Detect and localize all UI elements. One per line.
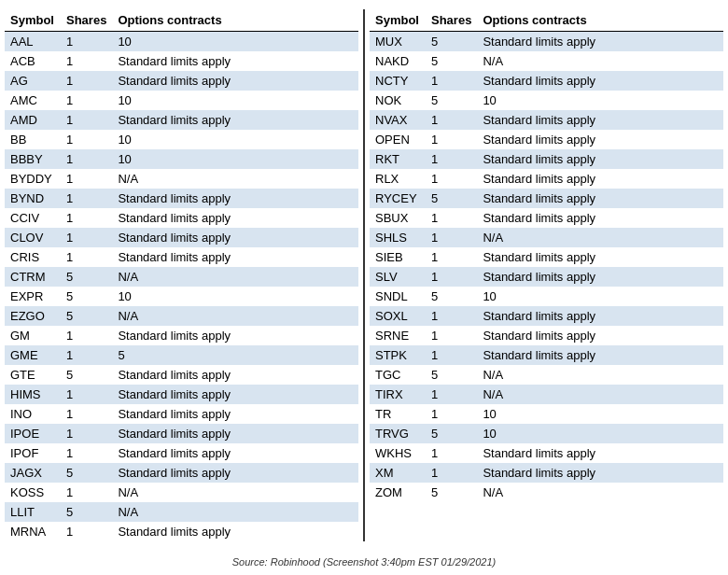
- table-cell: N/A: [477, 483, 723, 502]
- table-cell: RKT: [370, 149, 426, 169]
- table-row: SLV1Standard limits apply: [370, 267, 723, 287]
- table-cell: AMC: [5, 91, 61, 110]
- table-cell: 5: [426, 189, 477, 208]
- table-cell: 10: [112, 287, 358, 306]
- table-cell: Standard limits apply: [477, 463, 723, 483]
- table-cell: MRNA: [5, 522, 61, 541]
- footer-text: Source: Robinhood (Screenshot 3:40pm EST…: [0, 551, 728, 571]
- table-cell: NVAX: [370, 110, 426, 130]
- table-cell: 10: [477, 424, 723, 443]
- table-cell: 1: [61, 443, 112, 463]
- table-row: BYDDY1N/A: [5, 169, 358, 189]
- table-cell: N/A: [112, 502, 358, 522]
- table-cell: N/A: [477, 228, 723, 247]
- table-cell: OPEN: [370, 130, 426, 149]
- table-cell: 1: [61, 71, 112, 91]
- table-cell: BYND: [5, 189, 61, 208]
- table-row: SBUX1Standard limits apply: [370, 208, 723, 228]
- table-cell: N/A: [477, 385, 723, 404]
- table-row: IPOF1Standard limits apply: [5, 443, 358, 463]
- table-cell: 1: [61, 110, 112, 130]
- table-cell: RLX: [370, 169, 426, 189]
- table-cell: LLIT: [5, 502, 61, 522]
- table-cell: EZGO: [5, 306, 61, 326]
- right-table: Symbol Shares Options contracts MUX5Stan…: [370, 9, 723, 502]
- table-cell: 1: [61, 522, 112, 541]
- table-row: XM1Standard limits apply: [370, 463, 723, 483]
- table-cell: CCIV: [5, 208, 61, 228]
- table-cell: Standard limits apply: [112, 189, 358, 208]
- table-cell: RYCEY: [370, 189, 426, 208]
- table-cell: Standard limits apply: [477, 443, 723, 463]
- table-row: KOSS1N/A: [5, 483, 358, 502]
- table-cell: 1: [61, 149, 112, 169]
- table-row: OPEN1Standard limits apply: [370, 130, 723, 149]
- table-cell: BB: [5, 130, 61, 149]
- table-row: TIRX1N/A: [370, 385, 723, 404]
- table-cell: 1: [426, 385, 477, 404]
- table-cell: KOSS: [5, 483, 61, 502]
- table-cell: JAGX: [5, 463, 61, 483]
- table-cell: MUX: [370, 32, 426, 52]
- table-cell: 10: [477, 404, 723, 424]
- table-cell: 1: [426, 130, 477, 149]
- table-cell: 1: [61, 424, 112, 443]
- table-cell: NCTY: [370, 71, 426, 91]
- table-cell: N/A: [477, 365, 723, 385]
- table-row: LLIT5N/A: [5, 502, 358, 522]
- table-cell: 1: [61, 385, 112, 404]
- table-cell: 1: [61, 189, 112, 208]
- table-cell: 10: [112, 91, 358, 110]
- table-row: BYND1Standard limits apply: [5, 189, 358, 208]
- table-cell: Standard limits apply: [477, 306, 723, 326]
- table-cell: 10: [112, 130, 358, 149]
- table-cell: 1: [61, 208, 112, 228]
- table-cell: AMD: [5, 110, 61, 130]
- table-row: TGC5N/A: [370, 365, 723, 385]
- table-row: BB110: [5, 130, 358, 149]
- table-cell: Standard limits apply: [477, 71, 723, 91]
- left-header-symbol: Symbol: [5, 9, 61, 32]
- table-cell: 5: [61, 287, 112, 306]
- table-cell: Standard limits apply: [477, 247, 723, 267]
- left-header-options: Options contracts: [112, 9, 358, 32]
- table-cell: 5: [426, 51, 477, 71]
- table-cell: 5: [61, 306, 112, 326]
- table-row: CRIS1Standard limits apply: [5, 247, 358, 267]
- table-cell: 1: [426, 71, 477, 91]
- table-cell: CTRM: [5, 267, 61, 287]
- table-cell: NAKD: [370, 51, 426, 71]
- table-cell: 1: [426, 404, 477, 424]
- table-cell: 5: [112, 345, 358, 365]
- table-cell: SHLS: [370, 228, 426, 247]
- table-cell: IPOF: [5, 443, 61, 463]
- table-row: AAL110: [5, 32, 358, 52]
- table-cell: GME: [5, 345, 61, 365]
- table-cell: Standard limits apply: [112, 522, 358, 541]
- table-cell: Standard limits apply: [477, 32, 723, 52]
- table-cell: AAL: [5, 32, 61, 52]
- table-cell: STPK: [370, 345, 426, 365]
- table-row: NOK510: [370, 91, 723, 110]
- table-row: CLOV1Standard limits apply: [5, 228, 358, 247]
- table-cell: TR: [370, 404, 426, 424]
- table-divider: [363, 9, 365, 541]
- table-cell: CRIS: [5, 247, 61, 267]
- table-cell: Standard limits apply: [477, 149, 723, 169]
- table-cell: 5: [426, 424, 477, 443]
- table-cell: ACB: [5, 51, 61, 71]
- table-cell: 1: [426, 345, 477, 365]
- table-cell: Standard limits apply: [112, 51, 358, 71]
- table-cell: 1: [61, 247, 112, 267]
- table-cell: Standard limits apply: [477, 110, 723, 130]
- table-cell: 1: [61, 483, 112, 502]
- table-row: GME15: [5, 345, 358, 365]
- table-cell: N/A: [477, 51, 723, 71]
- table-cell: 1: [426, 443, 477, 463]
- table-cell: SNDL: [370, 287, 426, 306]
- table-cell: XM: [370, 463, 426, 483]
- table-cell: Standard limits apply: [112, 326, 358, 345]
- table-row: EZGO5N/A: [5, 306, 358, 326]
- table-cell: SRNE: [370, 326, 426, 345]
- table-cell: Standard limits apply: [112, 365, 358, 385]
